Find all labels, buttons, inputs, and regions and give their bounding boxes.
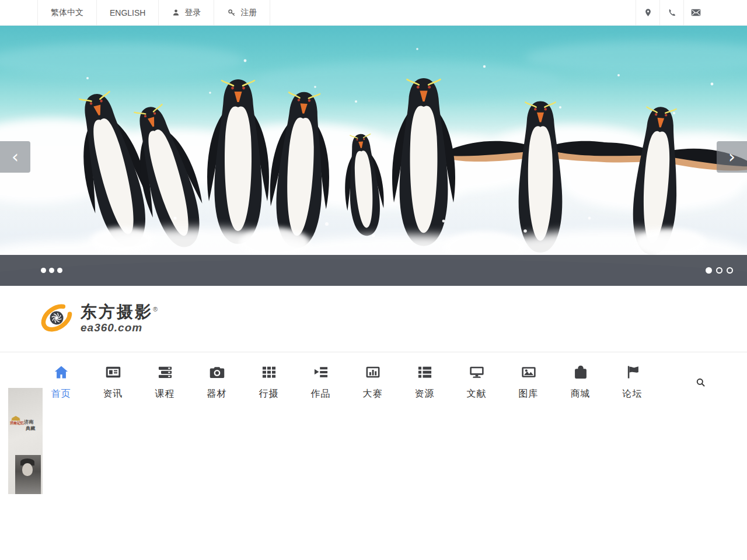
carousel-pager-dot-1[interactable] (706, 267, 712, 274)
nav-item-courses[interactable]: 课程 (139, 364, 191, 400)
nav-item-home[interactable]: 首页 (35, 364, 87, 400)
nav-label: 作品 (311, 388, 331, 400)
nav-item-documents[interactable]: 文献 (451, 364, 502, 400)
pavilion-emblem (11, 416, 20, 421)
works-icon (313, 364, 329, 383)
contest-icon (365, 364, 381, 383)
search-icon (695, 381, 706, 390)
nav-label: 论坛 (623, 388, 643, 400)
shop-icon (573, 364, 589, 383)
nav-label: 资讯 (103, 388, 123, 400)
logo-row: 东方摄影® ea360.com (0, 286, 747, 352)
home-icon (53, 364, 69, 383)
carousel-pager-dot-3[interactable] (727, 267, 733, 274)
nav-label: 商城 (571, 388, 591, 400)
nav-item-works[interactable]: 作品 (295, 364, 347, 400)
nav-label: 图库 (519, 388, 539, 400)
nav-item-equipment[interactable]: 器材 (191, 364, 243, 400)
nav-label: 器材 (207, 388, 227, 400)
page-content: 济南记忆 济南 典藏 (0, 411, 747, 560)
language-traditional-link[interactable]: 繁体中文 (37, 0, 97, 25)
nav-item-gallery[interactable]: 图库 (502, 364, 554, 400)
logo-text: 东方摄影® ea360.com (81, 303, 158, 334)
language-english-label: ENGLISH (110, 8, 145, 18)
news-icon (105, 364, 121, 383)
login-link[interactable]: 登录 (159, 0, 214, 25)
topbar-contact-icons (636, 0, 707, 25)
site-domain: ea360.com (81, 321, 158, 334)
nav-item-forum[interactable]: 论坛 (606, 364, 658, 400)
nav-label: 文献 (467, 388, 487, 400)
site-name: 东方摄影 (81, 303, 153, 321)
nav-item-resources[interactable]: 资源 (399, 364, 451, 400)
login-label: 登录 (184, 8, 201, 18)
key-icon (227, 8, 236, 18)
carousel-pager-dot-2[interactable] (716, 267, 722, 274)
carousel-left-dots (41, 268, 62, 273)
carousel-left-dot[interactable] (41, 268, 46, 273)
resources-icon (417, 364, 433, 383)
register-label: 注册 (240, 8, 257, 18)
nav-label: 资源 (415, 388, 435, 400)
search-button[interactable] (693, 374, 708, 392)
carousel-left-dot[interactable] (49, 268, 54, 273)
carousel-prev-button[interactable]: ‹ (0, 141, 30, 173)
nav-item-news[interactable]: 资讯 (87, 364, 139, 400)
carousel-left-dot[interactable] (57, 268, 62, 273)
documents-icon (469, 364, 485, 383)
nav-label: 课程 (155, 388, 175, 400)
portrait-photo (15, 455, 41, 494)
language-traditional-label: 繁体中文 (51, 8, 83, 18)
gallery-icon (521, 364, 537, 383)
register-link[interactable]: 注册 (214, 0, 270, 25)
grid-icon (261, 364, 277, 383)
logo-aperture-icon (40, 302, 74, 336)
nav-label: 大赛 (363, 388, 383, 400)
forum-icon (624, 364, 641, 383)
language-english-link[interactable]: ENGLISH (97, 0, 159, 25)
user-icon (172, 8, 180, 17)
thumbnail-text-1: 济南 (24, 419, 33, 425)
topbar-links: 繁体中文 ENGLISH 登录 注册 (37, 0, 270, 25)
nav-label: 首页 (51, 388, 71, 400)
carousel-slide-penguins (0, 26, 747, 286)
thumbnail-text-2: 典藏 (26, 425, 35, 432)
email-icon[interactable] (683, 0, 707, 25)
courses-icon (157, 364, 173, 383)
carousel-pager-dots (706, 267, 733, 274)
thumbnail-red-title: 济南记忆 (10, 421, 24, 425)
topbar: 繁体中文 ENGLISH 登录 注册 (0, 0, 747, 26)
location-pin-icon[interactable] (636, 0, 659, 25)
phone-icon[interactable] (659, 0, 683, 25)
main-nav: 首页 资讯 课程 器材 行摄 作品 大赛 资源 文献 图库 商城 论坛 (0, 352, 747, 411)
carousel-next-button[interactable]: › (717, 141, 747, 173)
nav-label: 行摄 (259, 388, 279, 400)
camera-icon (209, 364, 225, 383)
carousel-bottom-strip (0, 255, 747, 286)
article-thumbnail[interactable]: 济南记忆 济南 典藏 (8, 388, 43, 494)
site-logo[interactable]: 东方摄影® ea360.com (40, 302, 158, 336)
nav-item-travel[interactable]: 行摄 (243, 364, 295, 400)
nav-item-contest[interactable]: 大赛 (347, 364, 399, 400)
nav-item-shop[interactable]: 商城 (554, 364, 606, 400)
registered-mark: ® (153, 305, 158, 312)
hero-carousel: ‹ › (0, 26, 747, 286)
